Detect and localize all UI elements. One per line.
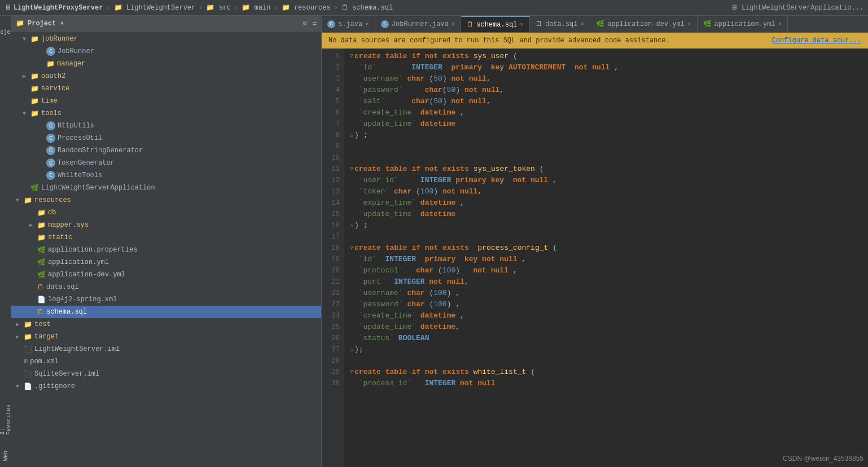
favorites-tab[interactable]: 2: Favorites — [1, 408, 10, 431]
tab-datasql[interactable]: 🗒 data.sql × — [530, 16, 590, 32]
java-icon-jobrunner: C — [46, 47, 55, 56]
tree-item-randomstring[interactable]: C RandomStringGenerator — [11, 144, 321, 157]
code-line-8: △) ; — [350, 130, 868, 141]
tree-item-service[interactable]: 📁 service — [11, 82, 321, 95]
tree-item-test[interactable]: ▶ 📁 test — [11, 318, 321, 331]
code-line-15: `update_time` datetime — [350, 209, 868, 220]
code-line-21: `port` INTEGER not null, — [350, 276, 868, 288]
tab-close-appyml[interactable]: × — [778, 21, 782, 28]
tab-jobrunner[interactable]: C JobRunner.java × — [375, 16, 461, 32]
tree-item-mappersys[interactable]: ▶ 📁 mapper.sys — [11, 219, 321, 231]
title-bar: 🖥 LightWeightProxyServer › 📁 LightWeight… — [0, 0, 868, 16]
fold-16[interactable]: △ — [350, 220, 353, 231]
tab-close-jobrunner[interactable]: × — [451, 21, 455, 28]
tree-item-jobrunnerclass[interactable]: C JobRunner — [11, 45, 321, 58]
label-appdevyml: application-dev.yml — [48, 271, 125, 279]
fold-11[interactable]: ▽ — [350, 164, 353, 175]
tree-item-appprops[interactable]: 🌿 application.properties — [11, 244, 321, 256]
tab-icon-datasql: 🗒 — [536, 20, 542, 28]
tree-item-static[interactable]: 📁 static — [11, 231, 321, 244]
tab-schemasql[interactable]: 🗒 schema.sql × — [461, 16, 530, 32]
code-content[interactable]: ▽ create table if not exists sys_user ( … — [344, 49, 868, 467]
tree-item-lwsiml[interactable]: ⬛ LightWeightServer.iml — [11, 343, 321, 355]
arrow-oauth2: ▶ — [23, 73, 30, 80]
tab-appdevyml[interactable]: 🌿 application-dev.yml × — [590, 16, 697, 32]
tree-item-manager[interactable]: 📁 manager — [11, 58, 321, 70]
tree-item-tools[interactable]: ▼ 📁 tools — [11, 107, 321, 120]
tree-item-db[interactable]: 📁 db — [11, 206, 321, 219]
label-schemasql: schema.sql — [46, 308, 87, 316]
tree-item-datasql[interactable]: 🗒 data.sql — [11, 281, 321, 293]
tree-item-jobrunner[interactable]: ▼ 📁 jobRunner — [11, 33, 321, 45]
main-folder: 📁 main — [242, 3, 270, 12]
tree-item-time[interactable]: 📁 time — [11, 95, 321, 107]
label-gitignore: .gitignore — [34, 382, 75, 390]
arrow-test: ▶ — [16, 321, 24, 328]
tree-item-processutil[interactable]: C ProcessUtil — [11, 132, 321, 144]
code-line-12: `user_id` INTEGER primary key not null , — [350, 175, 868, 186]
label-whiltetools: WhilteTools — [58, 171, 102, 179]
label-lwsiml: LightWeightServer.iml — [34, 345, 120, 353]
tree-item-pomxml[interactable]: m pom.xml — [11, 355, 321, 368]
tab-label-appyml: application.yml — [714, 20, 775, 28]
web-tab[interactable]: Web — [1, 444, 10, 467]
label-sqliteiml: SqliteServer.iml — [34, 370, 99, 378]
code-panel: C s.java × C JobRunner.java × 🗒 schema.s… — [322, 16, 868, 467]
fold-27[interactable]: △ — [350, 344, 353, 355]
tab-bar: C s.java × C JobRunner.java × 🗒 schema.s… — [322, 16, 868, 33]
tree-item-lwsapp[interactable]: 🌿 LightWeightServerApplication — [11, 182, 321, 194]
label-appprops: application.properties — [48, 246, 137, 254]
tree-item-whiltetools[interactable]: C WhilteTools — [11, 169, 321, 182]
project-tree[interactable]: ▼ 📁 jobRunner C JobRunner 📁 manager ▶ 📁 … — [11, 32, 321, 467]
tree-item-appyml[interactable]: 🌿 application.yml — [11, 256, 321, 268]
tab-close-sjava[interactable]: × — [365, 21, 369, 28]
label-static: static — [48, 233, 72, 241]
tree-item-schemasql[interactable]: 🗒 schema.sql — [11, 306, 321, 318]
current-file: 🗒 schema.sql — [341, 3, 393, 12]
label-target: target — [34, 333, 59, 341]
code-line-19: `id` INTEGER primary key not null , — [350, 254, 868, 265]
tab-appyml[interactable]: 🌿 application.yml × — [698, 16, 788, 32]
tree-item-resources[interactable]: ▼ 📁 resources — [11, 194, 321, 206]
tree-item-oauth2[interactable]: ▶ 📁 oauth2 — [11, 70, 321, 82]
tree-item-tokengenerator[interactable]: C TokenGenerator — [11, 157, 321, 169]
tab-close-appdevyml[interactable]: × — [687, 21, 691, 28]
label-pomxml: pom.xml — [30, 358, 58, 365]
arrow-resources: ▼ — [16, 197, 24, 204]
code-line-11: ▽ create table if not exists sys_user_to… — [350, 164, 868, 175]
fold-1[interactable]: ▽ — [350, 51, 353, 62]
code-line-28 — [350, 355, 868, 367]
project-tab[interactable]: 1: Project — [1, 18, 10, 41]
folder-icon-static: 📁 — [37, 233, 46, 242]
code-line-24: `create_time` datetime , — [350, 310, 868, 321]
tab-sjava[interactable]: C s.java × — [322, 16, 375, 32]
side-icons: 1: Project 2: Favorites Web — [0, 16, 11, 467]
arrow-mappersys: ▶ — [29, 222, 37, 228]
tree-item-target[interactable]: ▶ 📁 target — [11, 331, 321, 343]
tree-item-sqliteiml[interactable]: ⬛ SqliteServer.iml — [11, 368, 321, 380]
fold-18[interactable]: ▽ — [350, 243, 353, 254]
sep3: › — [234, 4, 238, 12]
folder-icon-oauth2: 📁 — [30, 72, 39, 81]
label-httputils: HttpUtils — [58, 122, 94, 130]
info-message: No data sources are configured to run th… — [328, 37, 670, 45]
folder-icon-resources: 📁 — [24, 196, 32, 205]
folder-icon-time: 📁 — [30, 97, 39, 105]
fold-29[interactable]: ▽ — [350, 367, 353, 378]
code-line-18: ▽ create table if not exists process_con… — [350, 243, 868, 254]
tree-item-appdevyml[interactable]: 🌿 application-dev.yml — [11, 268, 321, 281]
settings-icon[interactable]: ⇌ — [313, 19, 317, 28]
right-label: 🖥 LightWeightServerApplicatio... — [731, 3, 863, 12]
gear-icon[interactable]: ⚙ — [303, 19, 307, 28]
tab-icon-sjava: C — [327, 20, 335, 28]
code-line-16: △) ; — [350, 220, 868, 231]
tab-close-schemasql[interactable]: × — [520, 21, 524, 28]
tree-item-log4j2[interactable]: 📄 log4j2-spring.xml — [11, 293, 321, 306]
tree-item-gitignore[interactable]: ▼ 📄 .gitignore — [11, 380, 321, 393]
label-test: test — [34, 320, 51, 328]
tree-item-httputils[interactable]: C HttpUtils — [11, 120, 321, 132]
tab-close-datasql[interactable]: × — [581, 21, 585, 28]
configure-link[interactable]: Configure data sour... — [772, 37, 861, 45]
label-jobrunner: jobRunner — [41, 35, 78, 43]
fold-8[interactable]: △ — [350, 130, 353, 141]
